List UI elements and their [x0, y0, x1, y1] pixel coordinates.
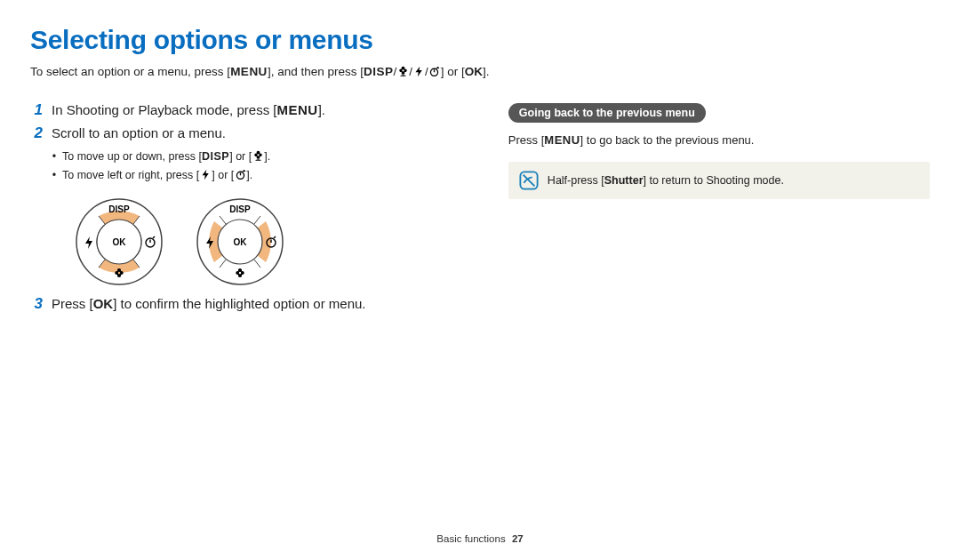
- columns: 1 In Shooting or Playback mode, press [M…: [30, 101, 930, 319]
- page-title: Selecting options or menus: [30, 25, 930, 55]
- disp-key: DISP: [202, 150, 229, 163]
- text: ].: [318, 102, 325, 117]
- menu-key: MENU: [544, 133, 580, 147]
- flower-icon: [252, 149, 264, 162]
- menu-key: MENU: [276, 102, 317, 117]
- text: ].: [483, 65, 490, 78]
- note-icon: [519, 171, 539, 190]
- step-number: 3: [30, 295, 43, 313]
- sub-header: Going back to the previous menu: [508, 103, 706, 123]
- ok-key: OK: [465, 65, 483, 78]
- svg-point-2: [257, 154, 259, 156]
- step-number: 1: [30, 101, 43, 119]
- text: ] to confirm the highlighted option or m…: [113, 296, 365, 311]
- intro-line: To select an option or a menu, press [ME…: [30, 62, 930, 82]
- manual-page: Selecting options or menus To select an …: [0, 0, 960, 560]
- ok-label: OK: [234, 237, 248, 247]
- svg-point-16: [239, 272, 241, 274]
- bullet-dot: •: [52, 166, 57, 185]
- shutter-key: Shutter: [604, 174, 644, 187]
- flash-icon: [199, 168, 212, 180]
- ok-label: OK: [113, 237, 127, 247]
- step-number: 2: [30, 124, 43, 142]
- text: ] or [: [212, 169, 234, 181]
- step-text: Press [OK] to confirm the highlighted op…: [52, 295, 366, 313]
- text: ] to return to Shooting mode.: [644, 174, 784, 187]
- dial-vertical: DISP OK: [75, 197, 164, 286]
- footer-section: Basic functions: [436, 533, 505, 544]
- text: ] to go back to the previous menu.: [580, 133, 755, 147]
- disp-label: DISP: [108, 204, 130, 214]
- svg-point-0: [402, 69, 404, 71]
- text: To move left or right, press [] or [].: [62, 166, 252, 185]
- timer-icon: [234, 168, 246, 180]
- flower-icon: [396, 66, 409, 78]
- text: ].: [246, 169, 252, 181]
- text: To move up or down, press [: [62, 150, 202, 163]
- left-column: 1 In Shooting or Playback mode, press [M…: [30, 101, 473, 319]
- text: ] or [: [441, 65, 465, 78]
- note-text: Half-press [Shutter] to return to Shooti…: [548, 174, 784, 187]
- flash-icon: [412, 66, 425, 78]
- text: ].: [264, 150, 270, 163]
- text: Half-press [: [548, 174, 604, 187]
- note-box: Half-press [Shutter] to return to Shooti…: [508, 162, 930, 199]
- page-footer: Basic functions 27: [0, 533, 960, 544]
- bullet-2: • To move left or right, press [] or [].: [52, 166, 473, 185]
- disp-label: DISP: [229, 204, 251, 214]
- bullet-list: • To move up or down, press [DISP] or []…: [52, 148, 473, 186]
- footer-page: 27: [512, 533, 524, 544]
- ok-key: OK: [93, 296, 114, 311]
- text: In Shooting or Playback mode, press [: [52, 102, 276, 117]
- step-text: In Shooting or Playback mode, press [MEN…: [52, 101, 325, 119]
- disp-key: DISP: [364, 65, 394, 78]
- svg-point-8: [118, 272, 120, 274]
- step-3: 3 Press [OK] to confirm the highlighted …: [30, 295, 473, 313]
- step-1: 1 In Shooting or Playback mode, press [M…: [30, 101, 473, 119]
- dial-diagrams: DISP OK: [75, 197, 473, 286]
- step-text: Scroll to an option or a menu.: [52, 124, 226, 142]
- bullet-dot: •: [52, 148, 57, 166]
- text: To move left or right, press [: [62, 169, 199, 181]
- right-paragraph: Press [MENU] to go back to the previous …: [508, 132, 930, 150]
- step-2: 2 Scroll to an option or a menu.: [30, 124, 473, 142]
- dial-horizontal: DISP OK: [196, 197, 284, 286]
- text: Press [: [52, 296, 93, 311]
- timer-icon: [428, 66, 441, 78]
- bullet-1: • To move up or down, press [DISP] or []…: [52, 148, 473, 166]
- right-column: Going back to the previous menu Press [M…: [508, 101, 930, 319]
- text: ], and then press [: [268, 65, 364, 78]
- text: To move up or down, press [DISP] or [].: [62, 148, 270, 166]
- menu-key: MENU: [230, 65, 268, 78]
- text: To select an option or a menu, press [: [30, 65, 230, 78]
- text: Press [: [508, 133, 544, 147]
- text: ] or [: [229, 150, 252, 163]
